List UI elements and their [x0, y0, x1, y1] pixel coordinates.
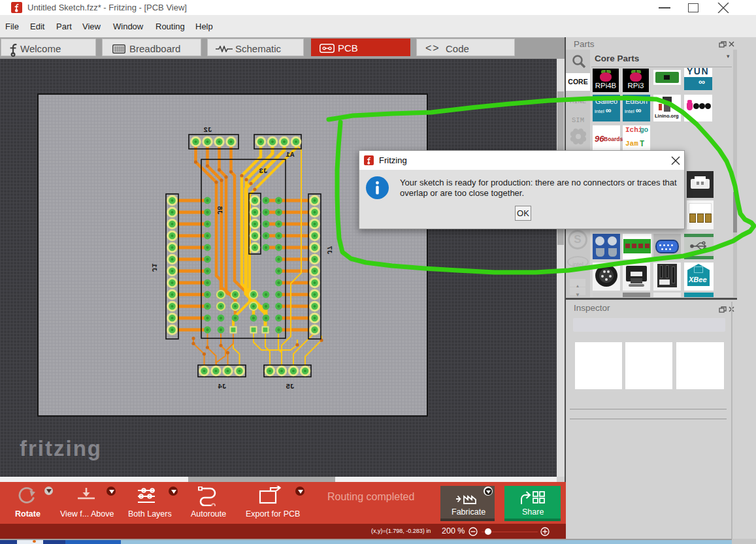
svg-text:J3: J3	[259, 167, 268, 175]
svg-text:J8: J8	[216, 206, 223, 215]
svg-text:J1: J1	[150, 263, 158, 272]
svg-text:A1: A1	[286, 151, 295, 159]
svg-text:J4: J4	[218, 383, 227, 391]
svg-text:J7: J7	[325, 246, 333, 254]
svg-text:J5: J5	[286, 383, 295, 391]
svg-text:J2: J2	[203, 126, 212, 134]
